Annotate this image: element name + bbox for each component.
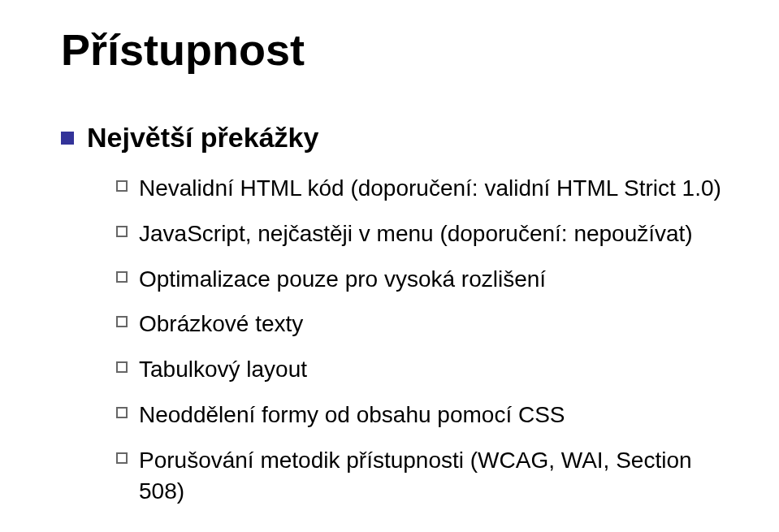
list-item-level1: Největší překážky (61, 122, 730, 154)
list-item-text: JavaScript, nejčastěji v menu (doporučen… (139, 218, 693, 249)
outline-square-bullet-icon (116, 271, 128, 283)
list-item: Optimalizace pouze pro vysoká rozlišení (116, 264, 730, 295)
outline-square-bullet-icon (116, 226, 128, 237)
outline-square-bullet-icon (116, 316, 128, 327)
level1-heading: Největší překážky (87, 122, 318, 154)
list-item: JavaScript, nejčastěji v menu (doporučen… (116, 218, 730, 249)
outline-square-bullet-icon (116, 407, 128, 418)
level2-list: Nevalidní HTML kód (doporučení: validní … (116, 173, 730, 506)
list-item-text: Neoddělení formy od obsahu pomocí CSS (139, 400, 565, 430)
list-item-text: Porušování metodik přístupnosti (WCAG, W… (139, 445, 730, 507)
list-item-text: Nevalidní HTML kód (doporučení: validní … (139, 173, 721, 204)
list-item-text: Tabulkový layout (139, 354, 307, 385)
outline-square-bullet-icon (116, 361, 128, 373)
list-item: Neoddělení formy od obsahu pomocí CSS (116, 400, 730, 430)
outline-square-bullet-icon (116, 452, 128, 464)
list-item: Nevalidní HTML kód (doporučení: validní … (116, 173, 730, 204)
list-item: Porušování metodik přístupnosti (WCAG, W… (116, 445, 730, 507)
list-item-text: Optimalizace pouze pro vysoká rozlišení (139, 264, 546, 295)
list-item: Tabulkový layout (116, 354, 730, 385)
square-bullet-icon (61, 132, 74, 145)
list-item: Obrázkové texty (116, 309, 730, 340)
list-item-text: Obrázkové texty (139, 309, 303, 340)
slide-title: Přístupnost (61, 24, 730, 75)
slide: Přístupnost Největší překážky Nevalidní … (0, 0, 779, 532)
outline-square-bullet-icon (116, 180, 128, 192)
